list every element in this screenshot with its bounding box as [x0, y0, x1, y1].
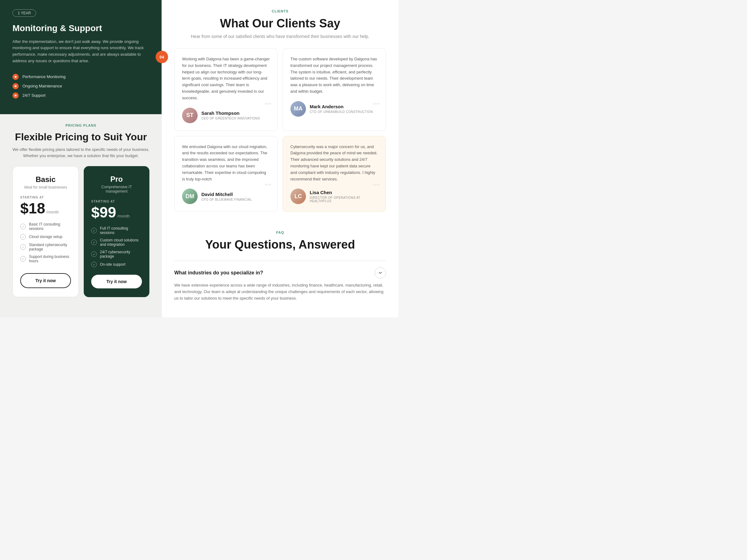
author-role-3: CFO OF BLUEWAVE FINANCIAL [201, 198, 252, 201]
pro-feature-label-3: 24/7 cybersecurity package [100, 250, 142, 259]
basic-try-button[interactable]: Try it now [20, 273, 71, 288]
testimonial-author-1: ST Sarah Thompson CEO OF GREENTECH INNOV… [182, 108, 270, 123]
faq-question-row-1: What industries do you specialize in? [174, 267, 386, 278]
quote-icon-4: “” [373, 182, 380, 190]
faq-item-1: What industries do you specialize in? We… [174, 261, 386, 308]
monitoring-title: Monitoring & Support [12, 23, 149, 34]
pro-plan-name: Pro [91, 175, 142, 184]
pro-price-period: /month [117, 214, 130, 218]
pro-feature-label-2: Custom cloud solutions and integration [100, 238, 142, 247]
feature-item-1: Performance Monitoring [12, 74, 149, 80]
author-info-1: Sarah Thompson CEO OF GREENTECH INNOVATI… [201, 110, 260, 120]
avatar-initials-3: DM [182, 189, 198, 204]
feature-dot-3 [12, 92, 19, 99]
pro-check-icon-3: ✓ [91, 251, 97, 257]
author-name-3: David Mitchell [201, 192, 252, 197]
author-role-1: CEO OF GREENTECH INNOVATIONS [201, 117, 260, 120]
pricing-label: PRICING PLANS [12, 124, 149, 127]
pro-price-amount: $99 [91, 205, 116, 220]
check-icon-4: ✓ [20, 256, 26, 262]
author-avatar-1: ST [182, 108, 198, 123]
pricing-cards: Basic Ideal for small businesses STARTIN… [12, 166, 149, 297]
author-info-3: David Mitchell CFO OF BLUEWAVE FINANCIAL [201, 192, 252, 201]
faq-title: Your Questions, Answered [174, 238, 386, 251]
author-name-1: Sarah Thompson [201, 110, 260, 116]
feature-item-3: 24/7 Support [12, 92, 149, 99]
pro-feature-label-1: Full IT consulting sessions [100, 226, 142, 235]
clients-title: What Our Clients Say [174, 17, 386, 30]
pro-feature-3: ✓ 24/7 cybersecurity package [91, 250, 142, 259]
author-name-2: Mark Anderson [310, 104, 373, 109]
faq-label: FAQ [174, 231, 386, 234]
pricing-section: PRICING PLANS Flexible Pricing to Suit Y… [0, 114, 162, 317]
right-panel: CLIENTS What Our Clients Say Hear from s… [162, 0, 398, 317]
testimonial-author-4: LC Lisa Chen DIRECTOR OF OPERATIONS AT H… [290, 189, 378, 204]
quote-icon-2: “” [373, 101, 380, 109]
basic-feature-label-2: Cloud storage setup [29, 235, 62, 239]
basic-price-period: /month [46, 210, 59, 214]
testimonial-text-3: We entrusted Dalgona with our cloud migr… [182, 144, 270, 183]
author-name-4: Lisa Chen [310, 190, 378, 195]
basic-feature-3: ✓ Standard cybersecurity package [20, 243, 71, 251]
clients-section: CLIENTS What Our Clients Say Hear from s… [174, 9, 386, 212]
basic-feature-label-4: Support during business hours [29, 255, 71, 263]
timeline-step-dot: 04 [156, 51, 168, 63]
author-role-4: DIRECTOR OF OPERATIONS AT HEALTHPLUS [310, 196, 378, 203]
faq-toggle-1[interactable] [375, 267, 386, 278]
feature-list: Performance Monitoring Ongoing Maintenan… [12, 74, 149, 99]
feature-dot-1 [12, 74, 19, 80]
pricing-title: Flexible Pricing to Suit Your [12, 131, 149, 143]
pro-price-row: $99 /month [91, 205, 142, 220]
testimonial-card-3: We entrusted Dalgona with our cloud migr… [174, 136, 278, 212]
basic-feature-label-3: Standard cybersecurity package [29, 243, 71, 251]
check-icon-1: ✓ [20, 224, 26, 229]
testimonial-author-2: MA Mark Anderson CTO OF URBANBUILD CONST… [290, 101, 378, 117]
pro-features: ✓ Full IT consulting sessions ✓ Custom c… [91, 226, 142, 267]
author-avatar-3: DM [182, 189, 198, 204]
basic-feature-2: ✓ Cloud storage setup [20, 234, 71, 240]
feature-label-1: Performance Monitoring [22, 74, 66, 79]
testimonial-text-4: Cybersecurity was a major concern for us… [290, 144, 378, 183]
faq-answer-1: We have extensive experience across a wi… [174, 282, 386, 301]
faq-section: FAQ Your Questions, Answered What indust… [174, 224, 386, 308]
basic-feature-label-1: Basic IT consulting sessions [29, 222, 71, 231]
avatar-initials-4: LC [290, 189, 306, 204]
pricing-card-pro: Pro Comprehensive IT management STARTING… [84, 166, 149, 297]
pro-check-icon-1: ✓ [91, 228, 97, 233]
monitoring-section: 04 1 YEAR Monitoring & Support After the… [0, 0, 162, 114]
author-info-4: Lisa Chen DIRECTOR OF OPERATIONS AT HEAL… [310, 190, 378, 203]
quote-icon-1: “” [264, 101, 271, 109]
author-role-2: CTO OF URBANBUILD CONSTRUCTION [310, 110, 373, 113]
pricing-subtitle: We offer flexible pricing plans tailored… [12, 146, 149, 159]
testimonial-text-2: The custom software developed by Dalgona… [290, 56, 378, 95]
basic-price-amount: $18 [20, 201, 45, 216]
testimonial-card-2: The custom software developed by Dalgona… [283, 48, 386, 131]
feature-item-2: Ongoing Maintenance [12, 83, 149, 89]
avatar-initials-2: MA [290, 101, 306, 117]
quote-icon-3: “” [264, 182, 271, 190]
basic-plan-name: Basic [20, 175, 71, 184]
clients-label: CLIENTS [174, 9, 386, 13]
pro-check-icon-2: ✓ [91, 240, 97, 245]
author-info-2: Mark Anderson CTO OF URBANBUILD CONSTRUC… [310, 104, 373, 113]
basic-price-row: $18 /month [20, 201, 71, 216]
feature-dot-2 [12, 83, 19, 89]
basic-plan-desc: Ideal for small businesses [20, 185, 71, 189]
arrow-icon [378, 271, 383, 275]
pro-try-button[interactable]: Try it now [91, 275, 142, 288]
author-avatar-4: LC [290, 189, 306, 204]
monitoring-description: After the implementation, we don't just … [12, 38, 149, 64]
basic-feature-1: ✓ Basic IT consulting sessions [20, 222, 71, 231]
author-avatar-2: MA [290, 101, 306, 117]
pro-starting-at: STARTING AT [91, 200, 142, 203]
testimonial-card-1: Working with Dalgona has been a game-cha… [174, 48, 278, 131]
pro-feature-label-4: On-site support [100, 262, 125, 267]
avatar-initials-1: ST [182, 108, 198, 123]
testimonial-author-3: DM David Mitchell CFO OF BLUEWAVE FINANC… [182, 189, 270, 204]
basic-starting-at: STARTING AT [20, 196, 71, 199]
feature-label-2: Ongoing Maintenance [22, 84, 62, 88]
check-icon-3: ✓ [20, 244, 26, 250]
testimonial-card-4: Cybersecurity was a major concern for us… [283, 136, 386, 212]
check-icon-2: ✓ [20, 234, 26, 240]
pricing-card-basic: Basic Ideal for small businesses STARTIN… [12, 166, 79, 297]
